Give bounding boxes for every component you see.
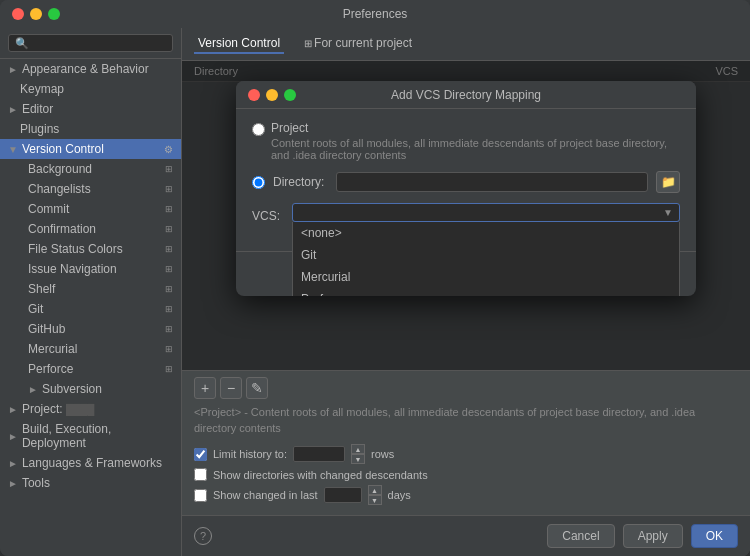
sidebar-item-build[interactable]: Build, Execution, Deployment [0,419,181,453]
sidebar-item-issue-navigation[interactable]: Issue Navigation ⊞ [0,259,181,279]
option-perforce[interactable]: Perforce [293,288,679,296]
modal-maximize-button[interactable] [284,89,296,101]
show-changed-desc-checkbox[interactable] [194,468,207,481]
chevron-right-icon [8,478,18,489]
sidebar-item-languages[interactable]: Languages & Frameworks [0,453,181,473]
sidebar-item-commit[interactable]: Commit ⊞ [0,199,181,219]
option-git[interactable]: Git [293,244,679,266]
cancel-button[interactable]: Cancel [547,524,614,548]
sidebar-item-appearance[interactable]: Appearance & Behavior [0,59,181,79]
bottom-bar: + − ✎ <Project> - Content roots of all m… [182,370,750,515]
ok-button[interactable]: OK [691,524,738,548]
maximize-button[interactable] [48,8,60,20]
page-icon: ⊞ [165,204,173,214]
sidebar-item-label: Version Control [22,142,104,156]
sidebar-item-file-status-colors[interactable]: File Status Colors ⊞ [0,239,181,259]
close-button[interactable] [12,8,24,20]
show-changed-last-input[interactable]: 31 [324,487,362,503]
tab-for-current-project[interactable]: ⊞For current project [300,34,416,54]
sidebar-item-mercurial[interactable]: Mercurial ⊞ [0,339,181,359]
main-window: Preferences Appearance & Behavior Keymap… [0,0,750,556]
spinner-down-days[interactable]: ▼ [368,495,382,505]
vcs-label: VCS: [252,203,280,229]
search-input[interactable] [8,34,173,52]
sidebar-item-label: Keymap [20,82,64,96]
sidebar-item-confirmation[interactable]: Confirmation ⊞ [0,219,181,239]
project-radio[interactable] [252,123,265,136]
add-button[interactable]: + [194,377,216,399]
sidebar-item-git[interactable]: Git ⊞ [0,299,181,319]
sidebar-item-label: Shelf [28,282,55,296]
remove-button[interactable]: − [220,377,242,399]
sidebar-item-label: Background [28,162,92,176]
spinner-down[interactable]: ▼ [351,454,365,464]
page-icon: ⊞ [165,264,173,274]
apply-button[interactable]: Apply [623,524,683,548]
sidebar-item-version-control[interactable]: Version Control ⚙ [0,139,181,159]
help-button[interactable]: ? [194,527,212,545]
sidebar-item-label: Plugins [20,122,59,136]
option-none[interactable]: <none> [293,222,679,244]
directory-input[interactable]: /Users/ [336,172,648,192]
chevron-right-icon [28,384,38,395]
modal-title: Add VCS Directory Mapping [391,88,541,102]
minimize-button[interactable] [30,8,42,20]
sidebar-item-changelists[interactable]: Changelists ⊞ [0,179,181,199]
sidebar-item-label: Build, Execution, Deployment [22,422,173,450]
folder-browse-button[interactable]: 📁 [656,171,680,193]
modal-minimize-button[interactable] [266,89,278,101]
project-radio-label: Project [271,121,680,135]
limit-history-label: Limit history to: [213,448,287,460]
chevron-right-icon [8,104,18,115]
sidebar-item-shelf[interactable]: Shelf ⊞ [0,279,181,299]
page-icon: ⊞ [165,184,173,194]
sidebar-item-label: Languages & Frameworks [22,456,162,470]
limit-history-input[interactable]: 1,000 [293,446,345,462]
tab-version-control[interactable]: Version Control [194,34,284,54]
show-changed-last-checkbox[interactable] [194,489,207,502]
show-changed-last-row: Show changed in last 31 ▲ ▼ days [194,485,738,505]
sidebar-item-perforce[interactable]: Perforce ⊞ [0,359,181,379]
settings-icon: ⚙ [164,144,173,155]
footer-buttons: ? Cancel Apply OK [182,515,750,556]
dropdown-arrow-icon: ▼ [663,207,673,218]
content-body: Directory VCS Nothing to show Add V [182,61,750,370]
modal-close-button[interactable] [248,89,260,101]
limit-history-checkbox[interactable] [194,448,207,461]
spinner-up-days[interactable]: ▲ [368,485,382,495]
vcs-dropdown-field[interactable]: ▼ [292,203,680,222]
sidebar-item-label: Editor [22,102,53,116]
directory-radio[interactable] [252,176,265,189]
sidebar: Appearance & Behavior Keymap Editor Plug… [0,28,182,556]
sidebar-item-keymap[interactable]: Keymap [0,79,181,99]
sidebar-item-label: Tools [22,476,50,490]
toolbar-icons: + − ✎ [194,377,738,399]
sidebar-item-project[interactable]: Project: ████ [0,399,181,419]
sidebar-item-label: Commit [28,202,69,216]
modal-overlay: Add VCS Directory Mapping Project Conten… [182,61,750,370]
sidebar-item-label: Mercurial [28,342,77,356]
show-changed-last-unit: days [388,489,411,501]
page-icon: ⊞ [165,344,173,354]
sidebar-item-subversion[interactable]: Subversion [0,379,181,399]
vcs-row: VCS: ▼ <none> Git Mercuri [252,203,680,229]
sidebar-item-tools[interactable]: Tools [0,473,181,493]
window-title: Preferences [343,7,408,21]
sidebar-item-plugins[interactable]: Plugins [0,119,181,139]
directory-radio-row: Directory: /Users/ 📁 [252,171,680,193]
page-icon: ⊞ [165,284,173,294]
sidebar-item-github[interactable]: GitHub ⊞ [0,319,181,339]
option-mercurial[interactable]: Mercurial [293,266,679,288]
chevron-right-icon [8,404,18,415]
edit-button[interactable]: ✎ [246,377,268,399]
chevron-right-icon [8,458,18,469]
show-changed-desc-label: Show directories with changed descendant… [213,469,428,481]
sidebar-item-label: GitHub [28,322,65,336]
sidebar-item-label: Appearance & Behavior [22,62,149,76]
spinner-up[interactable]: ▲ [351,444,365,454]
chevron-right-icon [8,431,18,442]
show-changed-desc-row: Show directories with changed descendant… [194,468,738,481]
sidebar-item-editor[interactable]: Editor [0,99,181,119]
sidebar-item-background[interactable]: Background ⊞ [0,159,181,179]
page-icon: ⊞ [165,164,173,174]
